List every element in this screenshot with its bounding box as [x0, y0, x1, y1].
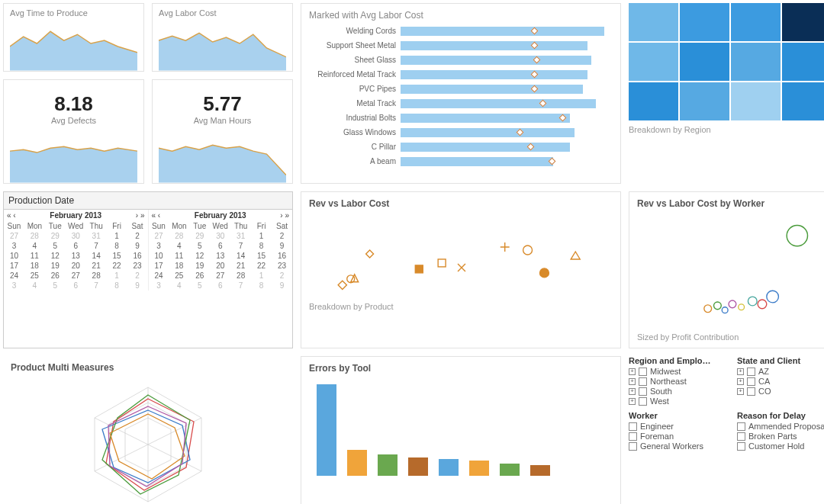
heatmap-cell[interactable] — [680, 43, 729, 81]
expand-icon[interactable]: + — [629, 378, 636, 385]
heatmap-cell[interactable] — [782, 3, 824, 41]
cal-next-year-icon[interactable]: » — [285, 211, 289, 220]
checkbox[interactable] — [629, 432, 637, 441]
cal-day[interactable]: 21 — [230, 261, 251, 271]
cal-day[interactable]: 28 — [86, 271, 107, 281]
cal-day[interactable]: 9 — [127, 241, 148, 251]
filter-item[interactable]: Engineer — [629, 422, 723, 431]
cal-day[interactable]: 16 — [272, 251, 292, 261]
cal-day[interactable]: 15 — [251, 251, 272, 261]
hbar-row[interactable]: Sheet Glass — [309, 53, 613, 67]
cal-day[interactable]: 5 — [189, 241, 210, 251]
cal-day[interactable]: 22 — [107, 261, 127, 271]
cal-day[interactable]: 25 — [24, 271, 45, 281]
cal-day[interactable]: 4 — [169, 281, 189, 291]
hbar-row[interactable]: Industrial Bolts — [309, 111, 613, 125]
cal-day[interactable]: 31 — [230, 231, 251, 241]
checkbox[interactable] — [747, 368, 755, 376]
cal-day[interactable]: 18 — [169, 261, 189, 271]
cal-day[interactable]: 1 — [251, 231, 272, 241]
cal-day[interactable]: 3 — [4, 241, 24, 251]
cal-day[interactable]: 15 — [107, 251, 127, 261]
bubble-plot[interactable] — [637, 212, 823, 326]
cal-day[interactable]: 6 — [66, 281, 86, 291]
heatmap-cell[interactable] — [731, 43, 781, 81]
heatmap-cell[interactable] — [731, 82, 781, 120]
cal-day[interactable]: 2 — [272, 271, 292, 281]
cal-next-month-icon[interactable]: › — [280, 211, 282, 220]
bar[interactable] — [378, 454, 398, 476]
cal-day[interactable]: 8 — [107, 281, 127, 291]
cal-day[interactable]: 4 — [24, 241, 45, 251]
cal-next-month-icon[interactable]: › — [136, 211, 138, 220]
cal-day[interactable]: 30 — [66, 231, 86, 241]
cal-day[interactable]: 12 — [45, 251, 66, 261]
checkbox[interactable] — [639, 397, 647, 406]
heatmap-cell[interactable] — [782, 82, 824, 120]
cal-day[interactable]: 11 — [24, 251, 45, 261]
cal-day[interactable]: 2 — [127, 231, 148, 241]
kpi-avg-manhours[interactable]: 5.77 Avg Man Hours — [152, 79, 293, 184]
hbar-row[interactable]: C Pillar — [309, 140, 613, 154]
heatmap-cell[interactable] — [629, 3, 678, 41]
checkbox[interactable] — [737, 432, 745, 441]
filter-item[interactable]: Broken Parts — [737, 432, 824, 441]
heatmap-cell[interactable] — [680, 82, 729, 120]
hbar-row[interactable]: A beam — [309, 154, 613, 169]
hbar-row[interactable]: Support Sheet Metal — [309, 38, 613, 53]
filter-item[interactable]: Ammended Proposal — [737, 422, 824, 431]
cal-day[interactable]: 18 — [24, 261, 45, 271]
cal-day[interactable]: 20 — [66, 261, 86, 271]
cal-day[interactable]: 30 — [210, 231, 230, 241]
cal-day[interactable]: 2 — [127, 271, 148, 281]
cal-day[interactable]: 24 — [149, 271, 169, 281]
kpi-avg-time[interactable]: Avg Time to Produce — [3, 3, 144, 72]
cal-day[interactable]: 16 — [127, 251, 148, 261]
checkbox[interactable] — [629, 422, 637, 431]
cal-day[interactable]: 4 — [169, 241, 189, 251]
cal-day[interactable]: 29 — [189, 231, 210, 241]
cal-day[interactable]: 8 — [251, 241, 272, 251]
filter-item[interactable]: +CA — [737, 377, 824, 386]
cal-day[interactable]: 7 — [86, 281, 107, 291]
expand-icon[interactable]: + — [629, 398, 636, 405]
checkbox[interactable] — [629, 442, 637, 451]
cal-day[interactable]: 21 — [86, 261, 107, 271]
cal-day[interactable]: 26 — [45, 271, 66, 281]
cal-day[interactable]: 7 — [230, 241, 251, 251]
checkbox[interactable] — [747, 377, 755, 386]
cal-day[interactable]: 6 — [66, 241, 86, 251]
filter-item[interactable]: +Midwest — [629, 367, 723, 376]
cal-day[interactable]: 1 — [251, 271, 272, 281]
hbar-row[interactable]: Metal Track — [309, 96, 613, 111]
cal-prev-year-icon[interactable]: « — [7, 211, 11, 220]
cal-day[interactable]: 17 — [149, 261, 169, 271]
hbar-row[interactable]: Glass Windows — [309, 125, 613, 140]
cal-day[interactable]: 23 — [127, 261, 148, 271]
cal-prev-year-icon[interactable]: « — [152, 211, 156, 220]
cal-day[interactable]: 14 — [86, 251, 107, 261]
cal-day[interactable]: 13 — [66, 251, 86, 261]
cal-day[interactable]: 25 — [169, 271, 189, 281]
expand-icon[interactable]: + — [629, 368, 636, 375]
cal-day[interactable]: 1 — [107, 271, 127, 281]
cal-day[interactable]: 24 — [4, 271, 24, 281]
cal-next-year-icon[interactable]: » — [140, 211, 145, 220]
filter-item[interactable]: +AZ — [737, 367, 824, 376]
cal-day[interactable]: 9 — [272, 241, 292, 251]
bar[interactable] — [347, 450, 367, 476]
cal-day[interactable]: 10 — [149, 251, 169, 261]
cal-day[interactable]: 9 — [127, 281, 148, 291]
cal-day[interactable]: 22 — [251, 261, 272, 271]
cal-day[interactable]: 4 — [24, 281, 45, 291]
cal-day[interactable]: 29 — [45, 231, 66, 241]
cal-day[interactable]: 28 — [24, 231, 45, 241]
checkbox[interactable] — [639, 368, 647, 376]
cal-day[interactable]: 5 — [45, 241, 66, 251]
checkbox[interactable] — [639, 377, 647, 386]
hbar-row[interactable]: Welding Cords — [309, 24, 613, 38]
cal-day[interactable]: 3 — [149, 281, 169, 291]
cal-day[interactable]: 1 — [107, 231, 127, 241]
filter-item[interactable]: +Northeast — [629, 377, 723, 386]
heatmap-cell[interactable] — [731, 3, 781, 41]
